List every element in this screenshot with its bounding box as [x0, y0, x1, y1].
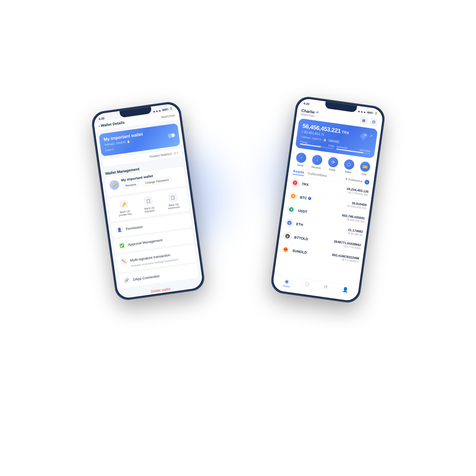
- user-info: Charlie ⇄ MainChain: [301, 108, 319, 118]
- btc-icon: ₿: [289, 191, 298, 201]
- dapp-icon: 🔗: [122, 276, 131, 285]
- non-hd-badge: Non-HD: [328, 139, 340, 144]
- phone-left: 4:20 ▲▲▲ WiFi 🔋 ‹ Wallet Details MainCha…: [90, 100, 206, 301]
- btc-amount: 30.810455 ≈$ 1555,934.813: [346, 200, 367, 210]
- nav-profile-icon: 👤: [342, 286, 349, 293]
- add-asset-button[interactable]: +: [364, 179, 370, 185]
- btc-verified-icon: ✓: [308, 197, 312, 200]
- swap-button[interactable]: ⟳ Swap: [327, 157, 339, 172]
- btc-name: BTC ✓: [300, 195, 311, 201]
- time-right: 4:20: [303, 102, 309, 106]
- chain-badge-left: MainChain: [161, 114, 175, 119]
- nav-profile[interactable]: 👤: [342, 286, 349, 296]
- eth-icon: Ξ: [285, 218, 294, 228]
- rename-button[interactable]: Rename: [122, 181, 140, 189]
- copy-icon[interactable]: 📋: [127, 140, 130, 143]
- header-title: Wallet Details: [100, 120, 125, 128]
- usdt-icon: ₮: [286, 205, 296, 214]
- usdt-name: USDT: [298, 208, 308, 214]
- tab-collectibles[interactable]: Collectibles: [307, 171, 327, 179]
- backup-keystore-icon: 📋: [144, 196, 153, 206]
- nav-assets-icon: ◉: [284, 278, 289, 285]
- swap-icon: ⟳: [327, 157, 339, 168]
- send-icon: ↑: [296, 152, 307, 163]
- sunold-icon: 😎: [281, 245, 290, 254]
- address-copy-icon[interactable]: 📋: [323, 138, 327, 142]
- sunold-amount: 692.418878222498 ≈$ 13.5483871: [331, 253, 359, 263]
- nav-collectibles-icon: ⬡: [305, 281, 310, 287]
- send-button[interactable]: ↑ Send: [295, 152, 307, 167]
- eth-amount: 21.174682 ≈$ 85,885.35: [347, 228, 363, 236]
- asset-list: T TRX 34,234,453.126 ≈$ 2,760,842.982 ₿: [277, 175, 373, 267]
- scan-button[interactable]: ⊡: [369, 117, 378, 126]
- sunold-name: SUNOLD: [292, 249, 307, 254]
- balance-currency: TRX: [341, 130, 349, 135]
- nav-assets[interactable]: ◉ Assets: [282, 278, 291, 288]
- preference-label[interactable]: ⇅ Preference: [345, 177, 363, 183]
- backup-keystore[interactable]: 📋 Back Upkeystore: [143, 196, 155, 213]
- receive-button[interactable]: ↓ Receive: [311, 154, 323, 170]
- approval-label: Approval Management: [128, 238, 163, 247]
- stake-button[interactable]: ⬡ Stake: [343, 159, 355, 174]
- tab-assets[interactable]: Assets: [292, 169, 304, 176]
- approval-icon: ✅: [118, 241, 126, 250]
- scan-qr-button[interactable]: ⊞: [359, 116, 368, 125]
- back-button[interactable]: ‹ Wallet Details: [98, 120, 125, 128]
- trx-name: TRX: [301, 182, 309, 186]
- nav-history[interactable]: ⟳: [323, 284, 328, 293]
- usdt-amount: 602,786.035091 ≈$ 606,000.199: [341, 213, 365, 223]
- trx-amount: 34,234,453.126 ≈$ 2,760,842.982: [346, 187, 369, 196]
- vote-button[interactable]: 🎫 Vote: [359, 161, 371, 176]
- bottom-nav: ◉ Assets ⬡ ⟳ 👤: [272, 274, 359, 302]
- backup-mnemonic[interactable]: 📋 Back Upmnemonic: [166, 193, 180, 210]
- stake-icon: ⬡: [344, 159, 355, 170]
- tron-watermark: ◈: [359, 129, 375, 145]
- backup-key-icon: 🔑: [119, 200, 129, 209]
- nav-collectibles-nav[interactable]: ⬡: [304, 281, 310, 291]
- header-actions: ⊞ ⊡: [359, 116, 378, 126]
- dapp-label: DApp Connection: [133, 274, 160, 281]
- trx-icon: T: [290, 178, 300, 187]
- switch-icon[interactable]: ⇄: [315, 111, 319, 115]
- vote-icon: 🎫: [359, 161, 371, 172]
- time-left: 4:20: [98, 117, 104, 121]
- back-arrow-icon: ‹: [98, 124, 100, 128]
- wallet-avatar: 🔑: [109, 179, 120, 190]
- wallet-card-toggle[interactable]: [167, 133, 175, 138]
- bttold-icon: B: [283, 231, 292, 241]
- bttold-amount: 2648771.04328662 ≈$ 6.77419355: [333, 239, 361, 250]
- phone-right: 4:20 ▲▲▲ WiFi 🔋 Charlie ⇄: [269, 95, 386, 304]
- multisig-icon: ✏️: [120, 257, 128, 266]
- eth-name: ETH: [296, 222, 303, 227]
- backup-mnemonic-icon: 📋: [168, 193, 177, 202]
- permission-icon: 👤: [115, 226, 124, 234]
- receive-icon: ↓: [312, 154, 323, 166]
- backup-private-key[interactable]: 🔑 Back Upprivate key: [117, 199, 132, 217]
- nav-history-icon: ⟳: [323, 284, 328, 290]
- permission-label: Permission: [126, 225, 143, 231]
- bttold-name: BTTOLD: [294, 235, 308, 241]
